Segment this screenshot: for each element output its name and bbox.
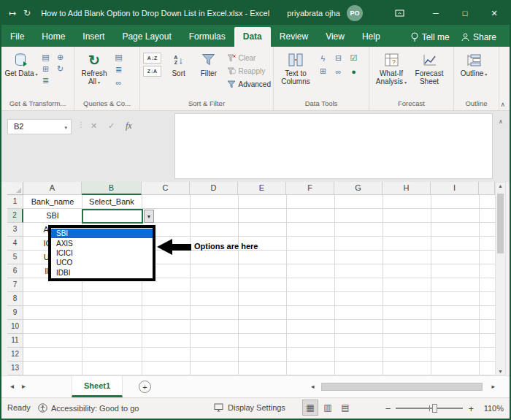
refresh-all-button[interactable]: ↻ Refresh All▾ (77, 49, 111, 87)
formula-input[interactable] (174, 113, 493, 179)
user-avatar[interactable]: PO (347, 5, 363, 21)
properties-icon[interactable]: ≣ (112, 64, 125, 75)
sort-button[interactable]: AZ↓ Sort (164, 49, 193, 77)
consolidate-icon[interactable]: ⊞ (317, 66, 329, 77)
row-header-3[interactable]: 3 (7, 223, 23, 237)
row-header-6[interactable]: 6 (7, 264, 23, 278)
display-settings-button[interactable]: Display Settings (214, 403, 285, 412)
dropdown-item-uco[interactable]: UCO (51, 258, 153, 267)
ribbon-display-options-icon[interactable] (395, 9, 404, 18)
row-header-11[interactable]: 11 (7, 334, 23, 348)
column-header-f[interactable]: F (286, 182, 334, 195)
sort-za-button[interactable]: Z↓A (143, 66, 161, 77)
cell-a1[interactable]: Bank_name (23, 195, 82, 209)
close-button[interactable]: ✕ (482, 9, 507, 18)
from-web-icon[interactable]: ⊕ (54, 52, 66, 63)
column-header-h[interactable]: H (383, 182, 431, 195)
horizontal-scrollbar-thumb[interactable] (321, 383, 483, 391)
tab-formulas[interactable]: Formulas (180, 27, 234, 47)
vertical-scrollbar[interactable]: ▲ ▼ (495, 182, 506, 375)
scroll-left-icon[interactable]: ◂ (311, 383, 315, 390)
undo-icon[interactable]: ↻ (23, 8, 31, 18)
column-header-b[interactable]: B (82, 182, 142, 195)
sheet-tab-sheet1[interactable]: Sheet1 (72, 376, 123, 397)
data-validation-icon[interactable]: ☑ (347, 53, 360, 64)
column-header-a[interactable]: A (23, 182, 82, 195)
filter-button[interactable]: Filter (193, 49, 223, 77)
column-header-e[interactable]: E (238, 182, 286, 195)
scroll-right-icon[interactable]: ▸ (491, 383, 495, 390)
relationships-icon[interactable]: ∞ (332, 66, 345, 77)
column-header-c[interactable]: C (142, 182, 190, 195)
row-header-5[interactable]: 5 (7, 251, 23, 264)
horizontal-scrollbar[interactable]: ◂ ▸ (311, 382, 495, 392)
formula-bar-expand-icon[interactable]: ∧ (499, 118, 503, 125)
tab-review[interactable]: Review (271, 27, 317, 47)
row-header-1[interactable]: 1 (7, 195, 23, 209)
selected-cell-b2[interactable] (82, 209, 143, 224)
tab-data[interactable]: Data (234, 27, 271, 47)
sort-az-button[interactable]: A↓Z (143, 53, 161, 64)
manage-data-model-icon[interactable]: ● (347, 66, 360, 77)
sheet-nav-left-icon[interactable]: ◂ (10, 382, 14, 390)
row-header-12[interactable]: 12 (7, 348, 23, 362)
normal-view-icon[interactable]: ▦ (303, 400, 318, 415)
zoom-slider[interactable] (396, 408, 463, 409)
dropdown-item-icici[interactable]: ICICI (51, 248, 153, 258)
collapse-ribbon-icon[interactable]: ∧ (499, 47, 510, 110)
column-header-partial[interactable] (479, 182, 495, 195)
share-button[interactable]: Share (456, 27, 502, 47)
get-data-button[interactable]: Get Data▾ (4, 49, 38, 79)
dropdown-item-idbi[interactable]: IDBI (51, 268, 153, 278)
column-header-d[interactable]: D (190, 182, 238, 195)
zoom-slider-thumb[interactable] (432, 404, 437, 413)
queries-connections-icon[interactable]: ▤ (112, 52, 125, 63)
recent-sources-icon[interactable]: ↻ (54, 64, 66, 75)
cancel-icon[interactable]: ✕ (91, 121, 97, 131)
row-header-7[interactable]: 7 (7, 278, 23, 292)
column-header-g[interactable]: G (334, 182, 383, 195)
scroll-down-icon[interactable]: ▼ (496, 369, 505, 374)
tab-file[interactable]: File (1, 27, 33, 47)
cell-a2[interactable]: SBI (23, 209, 82, 223)
existing-connections-icon[interactable]: ≣ (39, 75, 52, 86)
advanced-filter-button[interactable]: Advanced (227, 79, 271, 90)
tell-me-button[interactable]: Tell me (405, 27, 456, 47)
zoom-level[interactable]: 110% (479, 404, 504, 413)
reapply-button[interactable]: Reapply (227, 66, 271, 77)
tab-help[interactable]: Help (353, 27, 389, 47)
name-box-dropdown-icon[interactable]: ▾ (64, 121, 67, 134)
in-cell-dropdown-button[interactable]: ▼ (144, 210, 154, 223)
remove-duplicates-icon[interactable]: ⊟ (332, 53, 345, 64)
row-header-4[interactable]: 4 (7, 237, 23, 251)
vertical-scrollbar-thumb[interactable] (497, 194, 504, 253)
outline-button[interactable]: Outline▾ (457, 49, 491, 79)
dropdown-item-sbi[interactable]: SBI (51, 229, 153, 238)
page-layout-view-icon[interactable]: ▥ (320, 400, 335, 415)
forecast-sheet-button[interactable]: Forecast Sheet (410, 49, 448, 85)
name-box[interactable]: B2 ▾ (7, 119, 72, 134)
enter-icon[interactable]: ✓ (108, 121, 115, 131)
tab-page-layout[interactable]: Page Layout (113, 27, 180, 47)
page-break-view-icon[interactable]: ▤ (338, 400, 353, 415)
zoom-out-button[interactable]: − (385, 403, 391, 414)
row-header-13[interactable]: 13 (7, 362, 23, 375)
workbook-links-icon[interactable]: ∞ (112, 77, 125, 88)
select-all-corner[interactable] (7, 182, 23, 195)
sheet-nav-right-icon[interactable]: ▸ (22, 382, 26, 390)
accessibility-status[interactable]: Accessibility: Good to go (38, 403, 139, 413)
row-header-10[interactable]: 10 (7, 320, 23, 334)
zoom-in-button[interactable]: + (468, 403, 474, 414)
insert-function-icon[interactable]: fx (126, 121, 132, 131)
row-header-8[interactable]: 8 (7, 292, 23, 306)
quick-access-icon[interactable]: ↦ (9, 8, 16, 18)
tab-insert[interactable]: Insert (74, 27, 113, 47)
clear-filter-button[interactable]: Clear (227, 53, 271, 64)
column-header-i[interactable]: I (431, 182, 479, 195)
flash-fill-icon[interactable]: ϟ (317, 53, 329, 64)
from-table-range-icon[interactable]: ⊞ (39, 64, 52, 75)
tab-home[interactable]: Home (33, 27, 74, 47)
minimize-button[interactable]: ─ (423, 9, 448, 18)
cell-b1[interactable]: Select_Bank (82, 195, 142, 209)
new-sheet-button[interactable]: + (139, 381, 151, 393)
